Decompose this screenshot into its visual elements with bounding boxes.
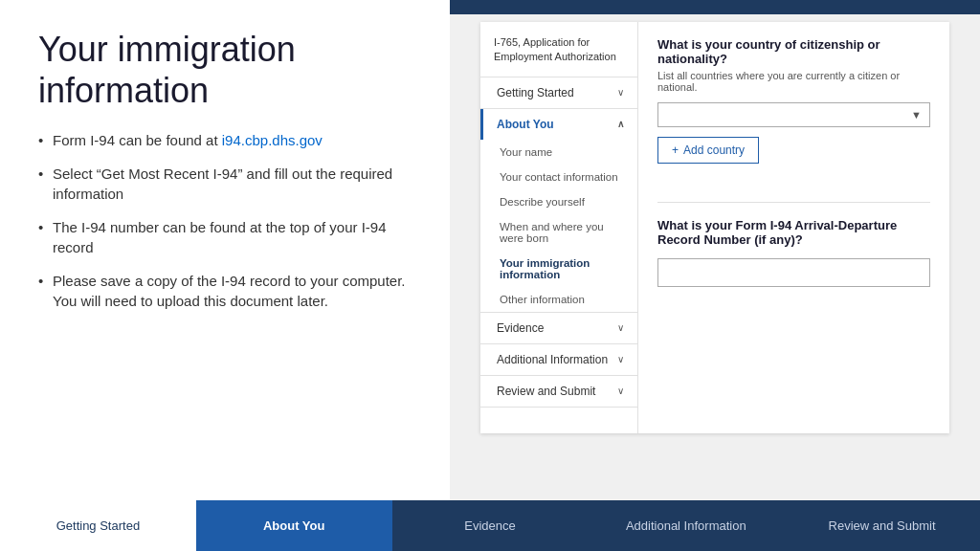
form-sidebar: I-765, Application for Employment Author… (480, 22, 638, 433)
chevron-down-icon: ∨ (617, 87, 624, 98)
form-divider (657, 202, 930, 203)
bullet-4: Please save a copy of the I-94 record to… (38, 271, 412, 311)
nav-other-info[interactable]: Other information (480, 287, 637, 312)
left-panel: Your immigration information Form I-94 c… (0, 0, 450, 500)
bullet-list: Form I-94 can be found at i94.cbp.dhs.go… (38, 130, 412, 324)
bottom-nav-review-submit[interactable]: Review and Submit (784, 500, 980, 551)
nav-immigration-info[interactable]: Your immigration information (480, 251, 637, 287)
top-bar-decoration (450, 0, 980, 14)
i94-link[interactable]: i94.cbp.dhs.gov (222, 132, 323, 148)
bullet-2: Select “Get Most Recent I-94” and fill o… (38, 164, 412, 204)
nav-section-getting-started: Getting Started ∨ (480, 77, 637, 109)
nav-your-name[interactable]: Your name (480, 140, 637, 165)
main-content: Your immigration information Form I-94 c… (0, 0, 980, 500)
nav-evidence[interactable]: Evidence ∨ (480, 313, 637, 343)
add-country-button[interactable]: + Add country (657, 137, 759, 164)
bullet-1: Form I-94 can be found at i94.cbp.dhs.go… (38, 130, 412, 150)
citizenship-question: What is your country of citizenship or n… (657, 37, 930, 66)
bottom-navigation: Getting Started About You Evidence Addit… (0, 500, 980, 551)
nav-section-additional-info: Additional Information ∨ (480, 344, 637, 376)
bottom-nav-evidence[interactable]: Evidence (392, 500, 589, 551)
chevron-up-icon: ∧ (617, 119, 624, 129)
bullet-3: The I-94 number can be found at the top … (38, 217, 412, 257)
add-country-label: Add country (683, 143, 745, 157)
bottom-nav-getting-started[interactable]: Getting Started (0, 500, 196, 551)
about-you-subitems: Your name Your contact information Descr… (480, 140, 637, 312)
nav-when-born[interactable]: When and where you were born (480, 214, 637, 251)
chevron-down-icon-2: ∨ (617, 322, 624, 333)
nav-about-you[interactable]: About You ∧ (480, 109, 637, 140)
nav-section-evidence: Evidence ∨ (480, 313, 637, 344)
nav-contact-info[interactable]: Your contact information (480, 165, 637, 189)
plus-icon: + (672, 143, 679, 157)
right-panel: I-765, Application for Employment Author… (450, 0, 980, 500)
form-main-area: What is your country of citizenship or n… (638, 22, 949, 433)
nav-getting-started[interactable]: Getting Started ∨ (480, 77, 637, 108)
bottom-nav-additional-info[interactable]: Additional Information (588, 500, 784, 551)
i94-input[interactable] (657, 258, 930, 287)
dropdown-arrow-icon: ▼ (911, 109, 922, 121)
bottom-nav-about-you[interactable]: About You (196, 500, 392, 551)
form-container: I-765, Application for Employment Author… (480, 22, 949, 433)
page-heading: Your immigration information (38, 29, 412, 111)
nav-additional-info[interactable]: Additional Information ∨ (480, 344, 637, 375)
nav-section-about-you: About You ∧ Your name Your contact infor… (480, 109, 637, 313)
country-dropdown[interactable]: ▼ (657, 102, 930, 127)
nav-section-review-submit: Review and Submit ∨ (480, 376, 637, 408)
nav-describe-yourself[interactable]: Describe yourself (480, 189, 637, 214)
chevron-down-icon-3: ∨ (617, 354, 624, 364)
i94-question: What is your Form I-94 Arrival-Departure… (657, 218, 930, 247)
form-title: I-765, Application for Employment Author… (480, 35, 637, 77)
citizenship-hint: List all countries where you are current… (657, 70, 930, 93)
nav-review-submit[interactable]: Review and Submit ∨ (480, 376, 637, 407)
chevron-down-icon-4: ∨ (617, 386, 624, 396)
